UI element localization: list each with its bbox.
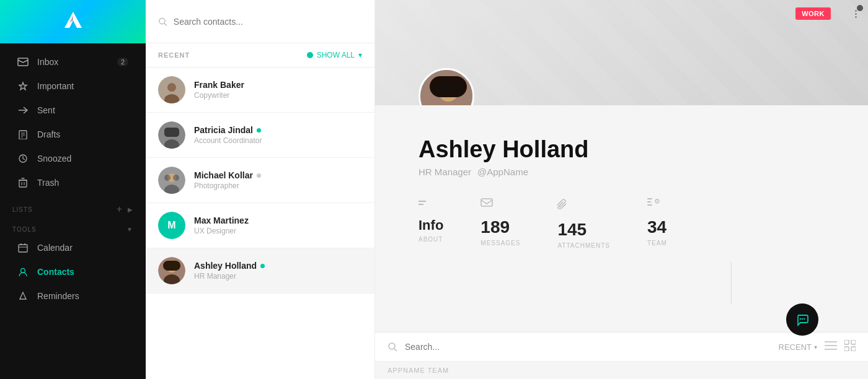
- list-view-button[interactable]: [825, 341, 837, 353]
- sidebar-navigation: Inbox 2 Important Sent Drafts Snoozed: [0, 43, 146, 379]
- contact-name-ashley-holland: Ashley Holland: [194, 261, 362, 271]
- detail-handle: @AppName: [477, 167, 528, 177]
- stat-messages-label: MESSAGES: [480, 240, 520, 246]
- svg-rect-46: [481, 199, 492, 206]
- search-input[interactable]: [174, 17, 362, 27]
- svg-point-54: [804, 318, 805, 320]
- svg-rect-41: [430, 76, 467, 97]
- svg-point-33: [173, 175, 179, 181]
- sidebar: Inbox 2 Important Sent Drafts Snoozed: [0, 0, 146, 379]
- important-label: Important: [37, 81, 74, 91]
- svg-marker-19: [20, 292, 26, 299]
- stat-info[interactable]: Info ABOUT: [418, 198, 443, 249]
- avatar-patricia-jindal: [158, 121, 185, 149]
- sidebar-item-reminders[interactable]: Reminders: [5, 284, 141, 308]
- sidebar-item-trash[interactable]: Trash: [5, 171, 141, 194]
- contact-role-max-martinez: UX Designer: [194, 227, 362, 235]
- avatar-frank-baker: [158, 76, 185, 103]
- svg-rect-62: [844, 347, 849, 351]
- recent-chevron: ▾: [814, 344, 817, 351]
- avatar-michael-kollar: [158, 167, 185, 194]
- show-all-label: SHOW ALL: [317, 51, 355, 59]
- recent-header: RECENT SHOW ALL ▾: [146, 43, 374, 68]
- footer-actions: RECENT ▾: [779, 340, 856, 354]
- contact-info-patricia-jindal: Patricia Jindal Account Coordinator: [194, 125, 362, 145]
- contact-name-frank-baker: Frank Baker: [194, 80, 362, 90]
- logo-icon: [60, 11, 87, 33]
- contact-item-max-martinez[interactable]: M Max Martinez UX Designer: [146, 203, 374, 248]
- avatar-img-michael: [158, 167, 185, 194]
- show-all-button[interactable]: SHOW ALL ▾: [307, 51, 362, 59]
- sent-icon: [17, 105, 29, 116]
- contact-info-ashley-holland: Ashley Holland HR Manager: [194, 261, 362, 281]
- sidebar-item-contacts[interactable]: Contacts: [5, 260, 141, 284]
- drafts-icon: [17, 129, 29, 140]
- contact-role-frank-baker: Copywriter: [194, 91, 362, 100]
- lists-label: LISTS: [12, 206, 33, 213]
- messages-icon: [480, 198, 493, 211]
- stat-messages-value: 189: [480, 217, 510, 237]
- svg-rect-37: [163, 261, 180, 271]
- svg-rect-63: [851, 347, 856, 351]
- lists-section: LISTS + ▶: [0, 195, 146, 217]
- detail-footer-container: RECENT ▾ APPNAME TEAM: [375, 332, 868, 379]
- inbox-label: Inbox: [37, 57, 58, 67]
- show-all-dot: [307, 52, 313, 58]
- contact-role-patricia-jindal: Account Coordinator: [194, 136, 362, 145]
- svg-rect-60: [844, 340, 849, 344]
- recent-filter-label[interactable]: RECENT ▾: [779, 342, 817, 352]
- svg-rect-28: [164, 128, 179, 137]
- avatar-ashley-holland: [158, 257, 185, 284]
- search-bar: [146, 0, 374, 43]
- sidebar-item-drafts[interactable]: Drafts: [5, 123, 141, 146]
- avatar-img-patricia: [158, 121, 185, 149]
- svg-rect-14: [19, 245, 27, 252]
- footer-team-label: APPNAME TEAM: [375, 361, 868, 379]
- contacts-label: Contacts: [37, 267, 74, 277]
- contact-info-max-martinez: Max Martinez UX Designer: [194, 216, 362, 235]
- contact-item-frank-baker[interactable]: Frank Baker Copywriter: [146, 68, 374, 113]
- stat-attachments[interactable]: 145 ATTACHMENTS: [557, 198, 610, 249]
- grid-view-button[interactable]: [844, 340, 856, 354]
- snoozed-icon: [17, 153, 29, 164]
- sidebar-item-important[interactable]: Important: [5, 74, 141, 98]
- tools-collapse-icon[interactable]: ▼: [126, 226, 133, 233]
- svg-point-32: [164, 175, 170, 181]
- inbox-icon: [17, 56, 29, 68]
- contact-item-michael-kollar[interactable]: Michael Kollar Photographer: [146, 158, 374, 203]
- svg-rect-2: [18, 58, 28, 66]
- contact-item-patricia-jindal[interactable]: Patricia Jindal Account Coordinator: [146, 113, 374, 158]
- footer-search-input[interactable]: [405, 342, 771, 352]
- add-list-button[interactable]: +: [117, 204, 123, 215]
- stat-messages[interactable]: 189 MESSAGES: [480, 198, 520, 249]
- trash-label: Trash: [37, 178, 59, 188]
- stat-team[interactable]: 34 TEAM: [647, 198, 667, 249]
- sidebar-item-inbox[interactable]: Inbox 2: [5, 50, 141, 74]
- stat-team-label: TEAM: [647, 240, 667, 246]
- sidebar-item-sent[interactable]: Sent: [5, 98, 141, 122]
- vertical-divider: [731, 261, 732, 305]
- sidebar-item-snoozed[interactable]: Snoozed: [5, 147, 141, 170]
- svg-point-55: [389, 343, 395, 349]
- trash-icon: [17, 177, 29, 188]
- important-icon: [17, 81, 29, 92]
- chat-fab-button[interactable]: [786, 303, 818, 336]
- stat-info-label: ABOUT: [418, 236, 443, 243]
- detail-footer: RECENT ▾: [375, 332, 868, 361]
- svg-rect-47: [647, 198, 652, 199]
- stat-attachments-label: ATTACHMENTS: [557, 242, 610, 249]
- show-all-chevron: ▾: [358, 51, 362, 59]
- contact-item-ashley-holland[interactable]: Ashley Holland HR Manager: [146, 248, 374, 294]
- drafts-label: Drafts: [37, 129, 60, 139]
- lists-expand-icon[interactable]: ▶: [128, 206, 133, 213]
- detail-name: Ashley Holland: [418, 136, 825, 163]
- svg-rect-42: [439, 85, 448, 90]
- reminders-icon: [17, 290, 29, 302]
- sidebar-logo: [0, 0, 146, 43]
- snoozed-label: Snoozed: [37, 154, 71, 163]
- more-options-button[interactable]: [852, 7, 859, 20]
- sidebar-item-calendar[interactable]: Calendar: [5, 236, 141, 259]
- footer-search-icon: [388, 342, 397, 352]
- detail-role: HR Manager: [418, 167, 471, 177]
- svg-rect-43: [449, 85, 458, 90]
